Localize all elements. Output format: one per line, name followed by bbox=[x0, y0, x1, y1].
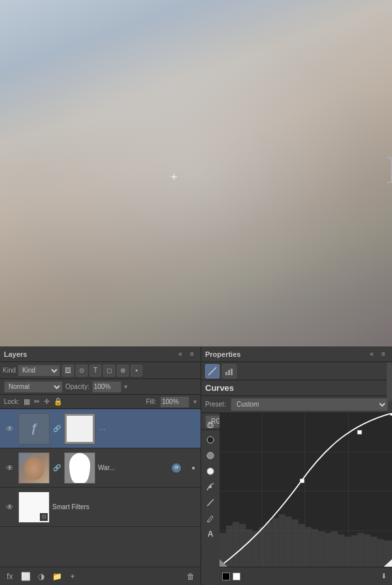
preset-row: Preset: Custom Default Strong Contrast M… bbox=[201, 396, 392, 413]
curves-title: Curves bbox=[205, 383, 234, 393]
black-point-icon[interactable] bbox=[222, 573, 230, 580]
layer-item[interactable]: 👁 ƒ 🔗 ··· bbox=[0, 409, 201, 448]
type-icon[interactable]: T bbox=[90, 365, 101, 376]
pixel-icon[interactable]: ▪ bbox=[131, 365, 142, 376]
curves-title-row: Curves bbox=[201, 380, 392, 396]
visibility-toggle[interactable]: 👁 bbox=[4, 501, 16, 513]
lock-all-icon[interactable]: 🔒 bbox=[54, 397, 63, 406]
lock-label: Lock: bbox=[4, 398, 20, 405]
smart-icon[interactable]: ⊛ bbox=[117, 365, 129, 376]
layer-more-btn[interactable]: ··· bbox=[98, 424, 106, 434]
curves-tab-icon bbox=[208, 367, 217, 376]
layer-blue-bg: ƒ bbox=[19, 414, 49, 444]
mini-face bbox=[24, 457, 44, 480]
fill-label: Fill: bbox=[146, 398, 156, 405]
svg-rect-1 bbox=[228, 370, 230, 375]
smart-filter-badge: ⊡ bbox=[40, 513, 48, 521]
layer-thumbnail-photo bbox=[18, 452, 50, 484]
svg-point-4 bbox=[207, 437, 214, 443]
shape-icon[interactable]: ◻ bbox=[103, 365, 115, 376]
svg-rect-27 bbox=[305, 527, 312, 567]
layers-menu-icon[interactable]: ≡ bbox=[188, 350, 197, 359]
layers-panel: Layers « ≡ Kind Kind 🖼 ⊙ T ◻ ⊛ ▪ Normal … bbox=[0, 346, 201, 585]
svg-rect-16 bbox=[233, 522, 239, 567]
opacity-input[interactable] bbox=[92, 381, 122, 393]
add-layer-icon[interactable]: + bbox=[67, 571, 78, 582]
warp-badge: ⟳ bbox=[172, 463, 181, 473]
svg-rect-30 bbox=[325, 533, 331, 567]
text-btn[interactable]: A bbox=[203, 527, 218, 541]
properties-menu-icon[interactable]: ≡ bbox=[379, 350, 388, 359]
kind-select[interactable]: Kind bbox=[18, 365, 60, 376]
eyedropper-dark-icon bbox=[206, 435, 215, 444]
properties-panel: Properties « ≡ bbox=[201, 346, 392, 585]
canvas-bracket bbox=[387, 157, 392, 183]
adjustment-fx-icon: ƒ bbox=[31, 422, 37, 435]
delete-layer-icon[interactable]: 🗑 bbox=[185, 571, 197, 582]
layer-extra-icon: ● bbox=[191, 464, 195, 471]
svg-rect-29 bbox=[318, 531, 325, 567]
layer-item[interactable]: 👁 ⊡ Smart Filters bbox=[0, 488, 201, 527]
svg-rect-22 bbox=[272, 518, 278, 567]
fill-input[interactable] bbox=[160, 396, 189, 408]
svg-rect-19 bbox=[252, 531, 259, 567]
eyedropper-mid-icon bbox=[206, 451, 215, 460]
svg-rect-26 bbox=[299, 524, 305, 567]
curves-tab-btn[interactable] bbox=[205, 364, 220, 378]
lock-paint-icon[interactable]: ✏ bbox=[34, 397, 40, 406]
svg-rect-24 bbox=[286, 516, 292, 567]
properties-panel-title: Properties bbox=[205, 350, 240, 358]
visibility-toggle[interactable]: 👁 bbox=[4, 462, 16, 474]
svg-rect-37 bbox=[370, 537, 377, 567]
smooth-btn[interactable] bbox=[203, 495, 218, 510]
white-point-icon[interactable] bbox=[233, 573, 240, 580]
opacity-label: Opacity: bbox=[65, 383, 90, 390]
add-adjustment-icon[interactable]: ◑ bbox=[35, 571, 47, 582]
properties-collapse-icon[interactable]: « bbox=[367, 350, 376, 359]
lock-transparent-icon[interactable]: ▦ bbox=[24, 397, 30, 406]
hand-tool-icon bbox=[206, 420, 215, 429]
properties-scrollbar[interactable] bbox=[387, 362, 392, 401]
layers-panel-header-icons: « ≡ bbox=[176, 350, 197, 359]
adjustment-icon[interactable]: ⊙ bbox=[76, 365, 88, 376]
canvas-area bbox=[0, 0, 392, 346]
svg-rect-36 bbox=[364, 535, 370, 567]
add-point-icon bbox=[206, 482, 215, 492]
eyedropper-mid-btn[interactable] bbox=[203, 448, 218, 463]
layer-photo-mini bbox=[19, 453, 49, 483]
cursor-crosshair bbox=[173, 173, 184, 184]
svg-point-6 bbox=[207, 468, 214, 475]
layers-footer: fx ⬜ ◑ 📁 + 🗑 bbox=[0, 567, 201, 585]
preset-select[interactable]: Custom Default Strong Contrast Medium Co… bbox=[231, 398, 388, 411]
fill-arrow[interactable]: ▾ bbox=[193, 398, 197, 405]
layers-collapse-icon[interactable]: « bbox=[176, 350, 185, 359]
pencil-icon bbox=[206, 514, 215, 523]
properties-panel-header: Properties « ≡ bbox=[201, 346, 392, 362]
svg-rect-31 bbox=[331, 531, 338, 567]
curves-graph-container[interactable] bbox=[220, 413, 392, 567]
silhouette-bg bbox=[65, 453, 95, 483]
pencil-btn[interactable] bbox=[203, 511, 218, 526]
blend-mode-select[interactable]: Normal bbox=[4, 381, 63, 393]
svg-rect-28 bbox=[312, 529, 318, 567]
add-mask-icon[interactable]: ⬜ bbox=[20, 571, 31, 582]
clip-to-layer-icon[interactable]: ⬇ bbox=[378, 571, 389, 582]
add-point-btn[interactable] bbox=[203, 480, 218, 494]
opacity-arrow[interactable]: ▾ bbox=[124, 383, 127, 390]
layers-panel-header: Layers « ≡ bbox=[0, 346, 201, 362]
add-group-icon[interactable]: 📁 bbox=[51, 571, 63, 582]
svg-rect-34 bbox=[351, 535, 357, 567]
add-style-icon[interactable]: fx bbox=[4, 571, 16, 582]
layer-item[interactable]: 👁 🔗 War... ⟳ ● bbox=[0, 448, 201, 488]
lock-move-icon[interactable]: ✛ bbox=[44, 397, 50, 406]
kind-label: Kind bbox=[3, 367, 16, 374]
image-icon[interactable]: 🖼 bbox=[62, 365, 74, 376]
histogram-tab-btn[interactable] bbox=[222, 364, 237, 378]
curves-bottom-bar: ⬇ bbox=[220, 567, 392, 585]
eyedropper-dark-btn[interactable] bbox=[203, 433, 218, 447]
layer-kind-toolbar: Kind Kind 🖼 ⊙ T ◻ ⊛ ▪ bbox=[0, 362, 201, 379]
hand-tool-btn[interactable] bbox=[203, 417, 218, 431]
eyedropper-light-btn[interactable] bbox=[203, 464, 218, 478]
visibility-toggle[interactable]: 👁 bbox=[4, 423, 16, 435]
preset-label: Preset: bbox=[205, 401, 228, 408]
